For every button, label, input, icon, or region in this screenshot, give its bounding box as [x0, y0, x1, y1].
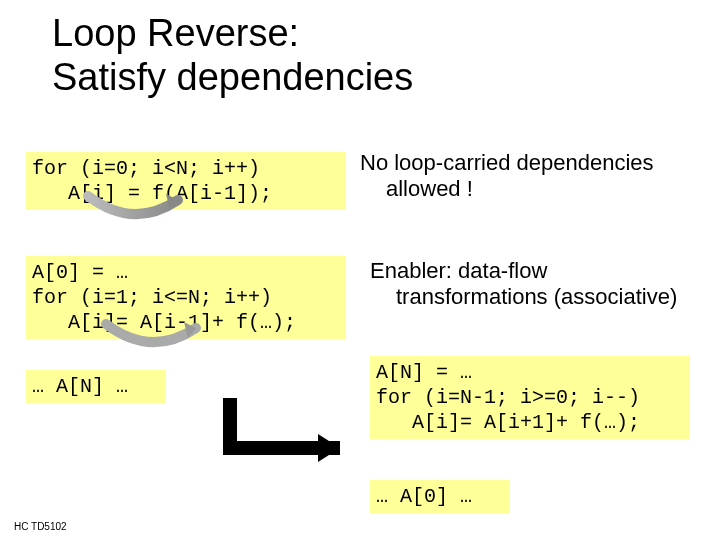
code-block-read-a0: … A[0] … — [370, 480, 510, 513]
code-line: A[i]= A[i-1]+ f(…); — [32, 311, 296, 334]
text-no-deps: No loop-carried dependencies allowed ! — [360, 150, 700, 203]
code-line: A[i]= A[i+1]+ f(…); — [376, 411, 640, 434]
code-line: for (i=1; i<=N; i++) — [32, 286, 272, 309]
svg-marker-2 — [318, 434, 340, 462]
text-enabler: Enabler: data-flow transformations (asso… — [370, 258, 710, 311]
code-block-reversed: A[N] = … for (i=N-1; i>=0; i--) A[i]= A[… — [370, 356, 690, 439]
code-line: A[0] = … — [32, 261, 128, 284]
code-line: … A[N] … — [32, 375, 128, 398]
code-line: for (i=N-1; i>=0; i--) — [376, 386, 640, 409]
code-block-forward: A[0] = … for (i=1; i<=N; i++) A[i]= A[i-… — [26, 256, 346, 339]
text-line: allowed ! — [360, 176, 473, 202]
l-arrow-icon — [200, 398, 360, 478]
slide-title: Loop Reverse: Satisfy dependencies — [52, 12, 413, 99]
code-block-original-loop: for (i=0; i<N; i++) A[i] = f(A[i-1]); — [26, 152, 346, 210]
code-line: A[i] = f(A[i-1]); — [32, 182, 272, 205]
text-line: Enabler: data-flow — [370, 258, 547, 283]
code-line: for (i=0; i<N; i++) — [32, 157, 260, 180]
code-line: … A[0] … — [376, 485, 472, 508]
footer-text: HC TD5102 — [14, 521, 67, 532]
title-line-1: Loop Reverse: — [52, 12, 299, 54]
text-line: transformations (associative) — [370, 284, 677, 310]
code-block-read-an: … A[N] … — [26, 370, 166, 403]
title-line-2: Satisfy dependencies — [52, 56, 413, 98]
code-line: A[N] = … — [376, 361, 472, 384]
text-line: No loop-carried dependencies — [360, 150, 654, 175]
slide: Loop Reverse: Satisfy dependencies for (… — [0, 0, 720, 540]
